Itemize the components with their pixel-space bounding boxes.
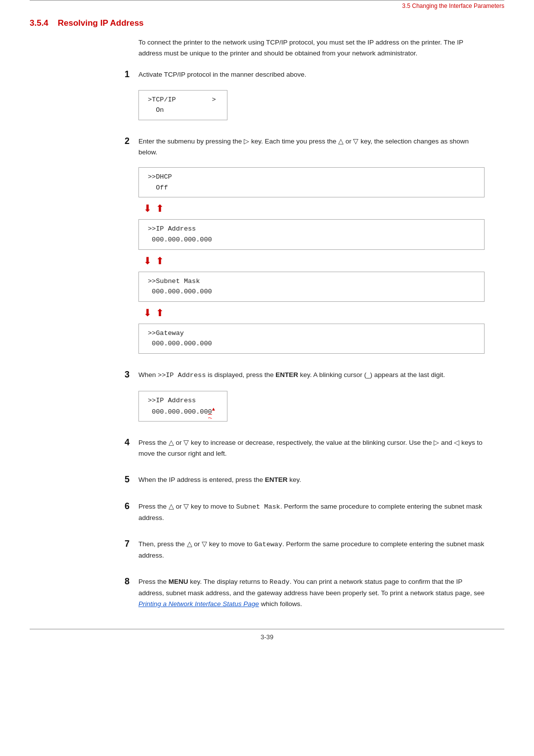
step-7-text: Then, press the △ or ▽ key to move to Ga… (138, 539, 485, 561)
arrow-down-2: ⬇ (143, 256, 152, 266)
step-2-arrows-3: ⬇ ⬆ (143, 308, 485, 318)
step-4-content: Press the △ or ▽ key to increase or decr… (138, 437, 485, 464)
step-2-text: Enter the submenu by pressing the ▷ key.… (138, 136, 485, 157)
step-8: 8 Press the MENU key. The display return… (30, 576, 504, 614)
step-3-lcd-line2: 000.000.000.000▲ (148, 406, 215, 417)
step-5-bold: ENTER (265, 476, 288, 483)
step-3-number: 3 (111, 370, 138, 380)
bottom-rule (30, 629, 504, 629)
step-2-number: 2 (111, 136, 138, 146)
step-8-content: Press the MENU key. The display returns … (138, 576, 485, 614)
step-2-lcd-dhcp-line1: >>DHCP (148, 172, 475, 183)
step-1-lcd-line1: >TCP/IP > (148, 94, 218, 105)
step-4-number: 4 (111, 437, 138, 448)
step-3-lcd-line1: >>IP Address (148, 395, 218, 406)
printing-network-link[interactable]: Printing a Network Interface Status Page (138, 600, 259, 608)
step-8-bold: MENU (169, 578, 188, 585)
step-1-lcd-line2: On (148, 105, 218, 116)
step-3: 3 When >>IP Address is displayed, press … (30, 370, 504, 426)
step-1-content: Activate TCP/IP protocol in the manner d… (138, 69, 485, 125)
arrow-up-1: ⬆ (156, 203, 164, 213)
step-5: 5 When the IP address is entered, press … (30, 474, 504, 490)
page: 3.5 Changing the Interface Parameters 3.… (0, 0, 534, 756)
step-2-content: Enter the submenu by pressing the ▷ key.… (138, 136, 485, 359)
step-6: 6 Press the △ or ▽ key to move to Subnet… (30, 501, 504, 528)
step-7-content: Then, press the △ or ▽ key to move to Ga… (138, 539, 485, 566)
step-3-bold: ENTER (275, 371, 298, 378)
step-2-lcd-subnet: >>Subnet Mask 000.000.000.000 (138, 272, 485, 302)
step-2-lcd-ip: >>IP Address 000.000.000.000 (138, 219, 485, 249)
step-3-lcd: >>IP Address 000.000.000.000▲ (138, 391, 227, 422)
step-2-lcd-ip-line1: >>IP Address (148, 224, 475, 235)
step-2-lcd-gateway-line2: 000.000.000.000 (148, 338, 475, 349)
arrow-up-2: ⬆ (156, 256, 164, 266)
step-6-text: Press the △ or ▽ key to move to Subnet M… (138, 501, 485, 523)
arrow-up-3: ⬆ (156, 308, 164, 318)
step-8-text: Press the MENU key. The display returns … (138, 576, 485, 609)
section-heading: 3.5.4 Resolving IP Address (30, 18, 504, 28)
step-7-mono: Gateway (254, 541, 282, 548)
step-2-lcd-dhcp: >>DHCP Off (138, 167, 485, 197)
section-number: 3.5.4 (30, 18, 48, 28)
step-8-mono: Ready (269, 578, 290, 586)
step-7: 7 Then, press the △ or ▽ key to move to … (30, 539, 504, 566)
step-3-mono: >>IP Address (158, 372, 206, 379)
step-2-arrows-1: ⬇ ⬆ (143, 203, 485, 213)
step-5-text: When the IP address is entered, press th… (138, 474, 485, 485)
step-6-content: Press the △ or ▽ key to move to Subnet M… (138, 501, 485, 528)
arrow-down-3: ⬇ (143, 308, 152, 318)
section-title: Resolving IP Address (58, 18, 144, 28)
step-1-number: 1 (111, 69, 138, 80)
step-3-text: When >>IP Address is displayed, press th… (138, 370, 485, 381)
step-6-mono: Subnet Mask (236, 503, 280, 511)
step-1: 1 Activate TCP/IP protocol in the manner… (30, 69, 504, 125)
step-2-lcd-dhcp-line2: Off (148, 183, 475, 193)
step-2-lcd-subnet-line1: >>Subnet Mask (148, 276, 475, 287)
step-3-cursor-digit: 0 (208, 407, 212, 418)
arrow-down-1: ⬇ (143, 203, 152, 213)
header-section-label: 3.5 Changing the Interface Parameters (30, 2, 504, 9)
step-4-text: Press the △ or ▽ key to increase or decr… (138, 437, 485, 459)
step-2-lcd-ip-line2: 000.000.000.000 (148, 235, 475, 245)
step-1-lcd: >TCP/IP > On (138, 90, 227, 120)
step-7-number: 7 (111, 539, 138, 549)
step-1-text: Activate TCP/IP protocol in the manner d… (138, 69, 485, 80)
intro-text: To connect the printer to the network us… (138, 37, 485, 58)
step-8-number: 8 (111, 576, 138, 587)
step-3-content: When >>IP Address is displayed, press th… (138, 370, 485, 426)
step-2: 2 Enter the submenu by pressing the ▷ ke… (30, 136, 504, 359)
footer-page-number: 3-39 (30, 633, 504, 641)
step-2-lcd-gateway-line1: >>Gateway (148, 328, 475, 339)
top-rule (30, 0, 504, 0)
step-2-arrows-2: ⬇ ⬆ (143, 256, 485, 266)
step-3-cursor-arrow: ▲ (212, 407, 215, 412)
step-2-diagrams: >>DHCP Off ⬇ ⬆ >>IP Address 000.000.000.… (138, 162, 485, 359)
step-6-number: 6 (111, 501, 138, 512)
step-5-number: 5 (111, 474, 138, 485)
step-2-lcd-subnet-line2: 000.000.000.000 (148, 286, 475, 297)
step-5-content: When the IP address is entered, press th… (138, 474, 485, 490)
step-4: 4 Press the △ or ▽ key to increase or de… (30, 437, 504, 464)
step-2-lcd-gateway: >>Gateway 000.000.000.000 (138, 324, 485, 354)
